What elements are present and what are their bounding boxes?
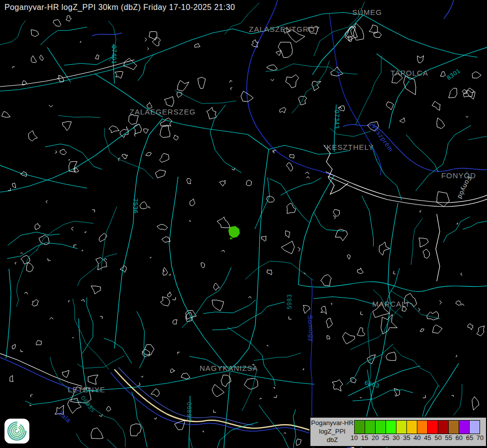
legend-color-cell	[375, 420, 386, 434]
minor-road	[227, 328, 275, 386]
village-outline	[327, 336, 330, 339]
village-outline	[36, 340, 42, 345]
minor-road	[104, 128, 154, 179]
city-label: ZALASZENTGRÓT	[249, 25, 320, 33]
village-outline	[10, 376, 13, 382]
village-outline	[35, 224, 40, 229]
map-mark	[30, 395, 32, 397]
village-outline	[62, 121, 71, 130]
village-outline	[168, 292, 172, 297]
village-outline	[343, 333, 355, 344]
village-outline	[190, 199, 195, 206]
map-mark	[423, 395, 425, 398]
city-label: NAGYKANIZSA	[199, 364, 258, 372]
village-outline	[162, 236, 170, 242]
village-outline	[2, 112, 10, 117]
minor-road	[73, 299, 109, 369]
minor-road	[411, 219, 422, 265]
village-outline	[381, 314, 397, 334]
village-outline	[201, 263, 205, 268]
map-mark	[100, 317, 102, 319]
village-outline	[290, 154, 294, 158]
village-outline	[174, 135, 178, 140]
legend-panel: Poganyvar-HR logZ_PPI dbZ 10152025303540…	[309, 417, 487, 447]
map-mark	[47, 259, 48, 260]
village-outline	[357, 328, 365, 336]
village-outline	[144, 129, 149, 133]
village-outline	[374, 32, 382, 37]
minor-road	[132, 392, 147, 448]
minor-road	[443, 217, 470, 243]
map-mark	[48, 260, 51, 261]
map-mark	[81, 300, 85, 302]
village-outline	[286, 75, 298, 88]
village-outline	[129, 114, 139, 124]
minor-road	[270, 179, 309, 223]
map-mark	[272, 150, 273, 152]
map-mark	[420, 211, 421, 213]
map-mark	[154, 417, 157, 419]
map-mark	[289, 317, 292, 320]
village-outline	[187, 179, 191, 184]
map-mark	[461, 304, 465, 306]
village-outline	[278, 42, 292, 58]
legend-tick-label: 30	[392, 434, 399, 442]
legend-tick-label: 45	[424, 434, 431, 442]
map-mark	[164, 270, 165, 271]
minor-road	[353, 390, 413, 401]
map-mark	[221, 250, 225, 252]
map-mark	[360, 397, 362, 398]
minor-road	[416, 125, 471, 191]
village-outline	[66, 15, 72, 21]
map-mark	[452, 395, 454, 397]
village-outline	[296, 439, 301, 446]
map-mark	[150, 257, 151, 258]
village-outline	[173, 320, 177, 324]
city-label: LETENYE	[68, 385, 105, 394]
minor-road	[7, 243, 78, 259]
legend-color-cell	[386, 420, 396, 434]
village-outline	[427, 312, 439, 320]
village-outline	[130, 424, 141, 436]
legend-text-block: Poganyvar-HR logZ_PPI dbZ	[310, 418, 354, 446]
village-outline	[399, 118, 405, 123]
village-outline	[379, 242, 390, 255]
map-mark	[46, 200, 47, 203]
map-mark	[394, 395, 396, 397]
legend-tick-label: 60	[456, 434, 463, 442]
map-mark	[50, 318, 54, 320]
map-mark	[274, 387, 275, 389]
village-outline	[440, 72, 445, 77]
village-outline	[286, 230, 290, 237]
map-mark	[69, 301, 70, 303]
major-roads	[0, 12, 487, 448]
map-mark	[230, 88, 232, 90]
map-mark	[213, 410, 216, 412]
village-outline	[206, 108, 216, 119]
radar-echo	[228, 226, 240, 239]
map-mark	[30, 405, 32, 406]
road-number-label: 07401	[110, 45, 117, 64]
map-mark	[306, 177, 309, 179]
minor-road	[266, 64, 358, 74]
minor-road	[107, 439, 156, 448]
legend-ticks: 10152025303540455055606570	[354, 433, 480, 442]
map-mark	[229, 81, 232, 83]
minor-road	[350, 305, 404, 349]
village-outline	[146, 152, 152, 156]
map-mark	[71, 227, 73, 231]
village-outline	[417, 56, 424, 63]
legend-color-cell	[396, 420, 407, 434]
minor-road	[210, 105, 241, 172]
village-outline	[477, 326, 485, 336]
city-label: SÜMEG	[352, 8, 382, 16]
village-outline	[347, 255, 351, 259]
road-number-label: 7536	[132, 199, 139, 214]
map-mark	[466, 116, 469, 117]
village-outline	[140, 202, 147, 209]
legend-color-cell	[427, 420, 438, 434]
minor-road	[101, 207, 117, 271]
road-number-label: 06890	[186, 402, 193, 421]
minor-road	[64, 56, 113, 65]
village-outline	[326, 318, 333, 328]
